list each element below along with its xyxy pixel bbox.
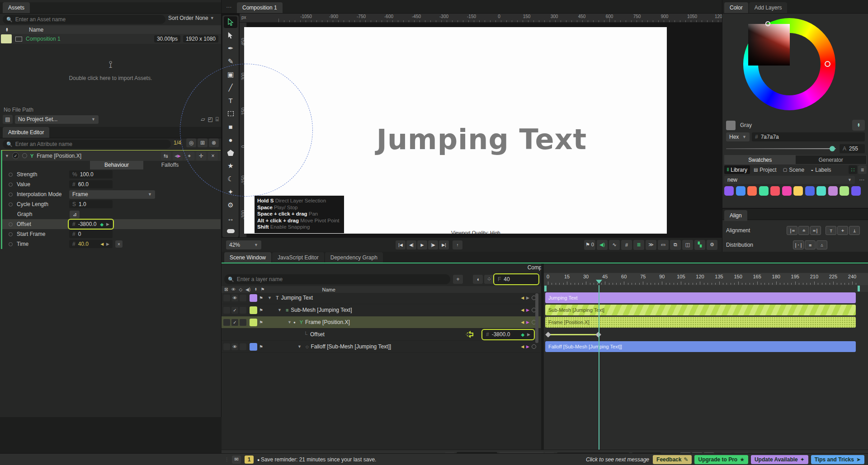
- messages-icon[interactable]: ✉: [232, 456, 241, 464]
- settings-icon[interactable]: ⚙: [707, 240, 717, 250]
- lock-column-icon[interactable]: ⊠: [224, 287, 228, 292]
- timeline-ruler[interactable]: 0153045607590105120135150165180195210225…: [544, 273, 868, 285]
- color-swatch-4[interactable]: [770, 186, 780, 196]
- interpolation-mode-dropdown[interactable]: Frame▼: [69, 190, 155, 199]
- save-reminder-message[interactable]: Save reminder: 21 minutes since your las…: [257, 456, 376, 463]
- timeline-bar-stripes[interactable]: Sub-Mesh [Jumping Text]: [545, 305, 856, 315]
- tab-swatches[interactable]: Swatches: [725, 155, 796, 164]
- audio-column-icon[interactable]: ◀): [245, 287, 250, 292]
- attribute-connector[interactable]: [9, 242, 13, 246]
- timeline-bar-purple[interactable]: Jumping Text: [545, 292, 856, 303]
- flag-icon[interactable]: ⚑: [259, 308, 263, 313]
- export-frame-button[interactable]: ↑: [453, 240, 462, 249]
- visibility-eye-icon[interactable]: 👁: [231, 343, 238, 350]
- gear-tool[interactable]: ⚙: [224, 199, 237, 211]
- list-view-icon[interactable]: ≡: [858, 165, 867, 174]
- expand-chevron-icon[interactable]: ▼: [297, 344, 302, 349]
- project-set-dropdown[interactable]: No Project Set...▼: [15, 115, 99, 124]
- viewport-tab-composition[interactable]: Composition 1: [237, 2, 283, 13]
- layer-row-sub-mesh-jumping-text-[interactable]: ✓⚑▼≡Sub-Mesh [Jumping Text]◀▶: [222, 304, 541, 316]
- prev-key-icon[interactable]: ◀: [521, 296, 524, 300]
- duplicates-icon[interactable]: ⧉: [670, 240, 681, 250]
- tab-color[interactable]: Color: [724, 2, 748, 13]
- visibility-column-icon[interactable]: 👁: [231, 287, 236, 292]
- next-key-icon[interactable]: ▶: [106, 242, 109, 246]
- solo-dot[interactable]: ●: [293, 320, 296, 324]
- expand-chevron-icon[interactable]: ▼: [278, 308, 282, 312]
- extra-cell[interactable]: [240, 307, 246, 314]
- statusbar-button-feedback[interactable]: Feedback✎: [653, 455, 692, 464]
- grid-icon[interactable]: #: [621, 240, 632, 250]
- hue-selector[interactable]: [825, 61, 830, 67]
- attribute-connector[interactable]: [9, 173, 13, 177]
- color-swatch-9[interactable]: [828, 186, 838, 196]
- swatch-group-dropdown[interactable]: new▼: [724, 176, 855, 184]
- move-anchor-icon[interactable]: ⁘: [484, 275, 494, 284]
- distribute-button-1[interactable]: ≡: [805, 240, 816, 249]
- align-h-button-1[interactable]: ≐: [798, 226, 809, 235]
- lock-cell[interactable]: [223, 307, 230, 314]
- align-v-button-1[interactable]: +: [837, 226, 848, 235]
- flag-icon[interactable]: ⚑: [259, 344, 263, 349]
- distribute-button-2[interactable]: ∴: [816, 240, 827, 249]
- attribute-search-input[interactable]: 🔍: [3, 140, 171, 149]
- layer-list-scrollbar[interactable]: [535, 293, 538, 343]
- statusbar-button-update-available[interactable]: Update Available✦: [751, 455, 808, 464]
- timeline[interactable]: 0153045607590105120135150165180195210225…: [544, 264, 868, 450]
- color-swatch-11[interactable]: [851, 186, 861, 196]
- sort-order-dropdown[interactable]: None: [195, 15, 208, 21]
- lock-cell[interactable]: [223, 319, 230, 326]
- isolate-icon[interactable]: ◖: [473, 275, 483, 284]
- color-swatch-0[interactable]: [724, 186, 734, 196]
- source-project[interactable]: ▤Project: [751, 165, 779, 174]
- color-swatch-7[interactable]: [805, 186, 815, 196]
- playhead-line[interactable]: [599, 285, 599, 450]
- sv-selector[interactable]: [765, 21, 770, 26]
- color-swatch-1[interactable]: [736, 186, 745, 196]
- current-frame-field[interactable]: F40: [495, 275, 538, 284]
- eyedropper-icon[interactable]: ✒: [4, 27, 10, 32]
- enabled-checkbox[interactable]: ✓: [12, 152, 19, 159]
- direct-select-tool[interactable]: [224, 29, 237, 41]
- flag-counter[interactable]: ⚑ 0: [584, 240, 595, 250]
- onion-skin-icon[interactable]: ≣: [633, 240, 644, 250]
- alpha-slider-knob[interactable]: [830, 146, 835, 151]
- visibility-eye-icon[interactable]: 👁: [231, 295, 238, 301]
- color-swatch-5[interactable]: [782, 186, 792, 196]
- remove-icon[interactable]: ×: [115, 240, 123, 248]
- layer-row-offset[interactable]: └Offset#-3800.0◆▶: [222, 329, 541, 341]
- layer-row-frame-position-x-[interactable]: ✓⚑▼●YFrame [Position.X]◀▶: [222, 316, 541, 329]
- timeline-bar-dots[interactable]: Frame [Position.X]: [545, 317, 856, 328]
- extra-cell[interactable]: [240, 295, 246, 301]
- start-frame-field[interactable]: #0: [69, 230, 113, 238]
- panel-menu-icon[interactable]: ⋯: [226, 4, 231, 10]
- tab-behaviour[interactable]: Behaviour: [90, 161, 143, 169]
- bounds-icon[interactable]: ▭: [658, 240, 669, 250]
- alpha-value-field[interactable]: A255: [840, 144, 865, 153]
- tab-dependency-graph[interactable]: Dependency Graph: [325, 252, 383, 263]
- keyframe-diamond-start[interactable]: [545, 332, 551, 338]
- source-scene[interactable]: ▢Scene: [780, 165, 807, 174]
- flag-icon[interactable]: ⚑: [259, 296, 263, 301]
- next-key-icon[interactable]: ▶: [106, 222, 109, 226]
- lock-cell[interactable]: [223, 295, 230, 301]
- attribute-editor-tab[interactable]: Attribute Editor: [3, 127, 49, 138]
- align-tab[interactable]: Align: [724, 210, 747, 221]
- value-field[interactable]: #60.0: [69, 180, 113, 188]
- skip-start-button[interactable]: |◀: [396, 240, 406, 249]
- tab-scene-window[interactable]: Scene Window: [224, 252, 271, 263]
- source-library[interactable]: ⫴Library: [724, 165, 750, 174]
- align-v-button-2[interactable]: ⊥: [849, 226, 860, 235]
- layer-row-jumping-text[interactable]: 👁⚑▼TJumping Text◀▶: [222, 292, 541, 304]
- color-swatch-6[interactable]: [793, 186, 803, 196]
- hex-input[interactable]: #7a7a7a: [752, 132, 865, 141]
- pick-column-icon[interactable]: ✒: [253, 287, 258, 291]
- next-key-icon[interactable]: ▶: [527, 332, 530, 337]
- prev-key-icon[interactable]: ◀: [100, 242, 104, 246]
- project-folder-icon[interactable]: ▤: [3, 115, 13, 124]
- timeline-bar-blue[interactable]: Falloff [Sub-Mesh [Jumping Text]]: [545, 341, 856, 352]
- attribute-connector[interactable]: [9, 193, 13, 197]
- attribute-connector[interactable]: [9, 232, 13, 236]
- align-v-button-0[interactable]: ⊤: [826, 226, 836, 235]
- add-layer-button[interactable]: +: [453, 275, 463, 284]
